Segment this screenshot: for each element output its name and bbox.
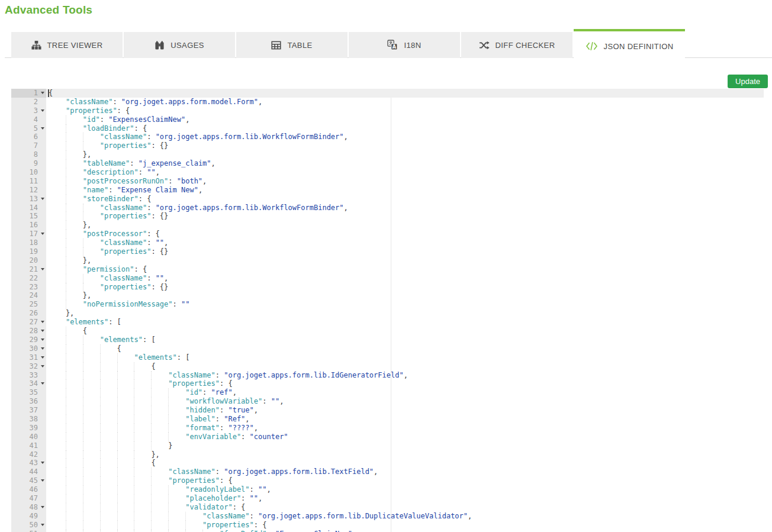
code-line-text[interactable]: "className": "", (46, 238, 764, 247)
gutter-line-number[interactable]: 6 (11, 133, 46, 141)
fold-arrow-icon[interactable] (41, 479, 44, 482)
gutter-line-number[interactable]: 29 (11, 336, 46, 344)
fold-arrow-icon[interactable] (41, 233, 44, 235)
code-line-text[interactable]: "hidden": "true", (46, 406, 764, 415)
code-line-text[interactable]: "elements": [ (46, 336, 764, 344)
gutter-line-number[interactable]: 12 (11, 186, 46, 195)
gutter-line-number[interactable]: 14 (11, 204, 46, 212)
code-line-text[interactable]: "noPermissionMessage": "" (46, 300, 764, 309)
code-line-text[interactable]: "properties": { (46, 476, 764, 485)
fold-arrow-icon[interactable] (41, 109, 44, 112)
fold-arrow-icon[interactable] (41, 462, 44, 464)
fold-arrow-icon[interactable] (41, 365, 44, 367)
fold-arrow-icon[interactable] (41, 127, 44, 130)
gutter-line-number[interactable]: 11 (11, 177, 46, 186)
code-line-text[interactable]: "format": "????", (46, 424, 764, 433)
fold-arrow-icon[interactable] (41, 338, 44, 341)
gutter-line-number[interactable]: 44 (11, 467, 46, 476)
json-definition-editor[interactable]: 1{2 "className": "org.joget.apps.form.mo… (11, 89, 764, 532)
tab-diff-checker[interactable]: DIFF CHECKER (461, 32, 572, 58)
code-line-text[interactable]: "properties": {} (46, 247, 764, 256)
gutter-line-number[interactable]: 41 (11, 441, 46, 450)
gutter-line-number[interactable]: 43 (11, 459, 46, 467)
gutter-line-number[interactable]: 31 (11, 353, 46, 362)
gutter-line-number[interactable]: 19 (11, 247, 46, 256)
fold-arrow-icon[interactable] (41, 92, 44, 94)
gutter-line-number[interactable]: 28 (11, 327, 46, 336)
code-line-text[interactable]: "className": "org.joget.apps.form.model.… (46, 98, 764, 107)
code-line-text[interactable]: "className": "org.joget.apps.form.lib.Te… (46, 467, 764, 476)
code-line-text[interactable]: "loadBinder": { (46, 124, 764, 133)
code-line-text[interactable]: "id": "ExpensesClaimNew", (46, 115, 764, 124)
gutter-line-number[interactable]: 32 (11, 362, 46, 371)
gutter-line-number[interactable]: 13 (11, 195, 46, 204)
gutter-line-number[interactable]: 34 (11, 379, 46, 388)
gutter-line-number[interactable]: 35 (11, 388, 46, 397)
gutter-line-number[interactable]: 45 (11, 476, 46, 485)
code-line-text[interactable]: "placeholder": "", (46, 494, 764, 503)
gutter-line-number[interactable]: 16 (11, 221, 46, 230)
gutter-line-number[interactable]: 47 (11, 494, 46, 503)
gutter-line-number[interactable]: 1 (11, 89, 46, 98)
gutter-line-number[interactable]: 30 (11, 344, 46, 353)
gutter-line-number[interactable]: 36 (11, 397, 46, 406)
fold-arrow-icon[interactable] (41, 356, 44, 359)
gutter-line-number[interactable]: 26 (11, 309, 46, 318)
code-line-text[interactable]: "name": "Expense Claim New", (46, 186, 764, 195)
gutter-line-number[interactable]: 2 (11, 98, 46, 107)
gutter-line-number[interactable]: 40 (11, 433, 46, 441)
code-line-text[interactable]: "workflowVariable": "", (46, 397, 764, 406)
update-button[interactable]: Update (728, 75, 768, 88)
code-line-text[interactable]: "properties": {} (46, 212, 764, 221)
code-line-text[interactable]: "className": "org.joget.apps.form.lib.Du… (46, 512, 764, 521)
code-line-text[interactable]: { (46, 459, 764, 467)
gutter-line-number[interactable]: 51 (11, 530, 46, 532)
gutter-line-number[interactable]: 23 (11, 283, 46, 292)
code-line-text[interactable]: "validator": { (46, 503, 764, 512)
gutter-line-number[interactable]: 8 (11, 150, 46, 159)
fold-arrow-icon[interactable] (41, 198, 44, 200)
code-line-text[interactable]: "description": "", (46, 168, 764, 177)
gutter-line-number[interactable]: 39 (11, 424, 46, 433)
fold-arrow-icon[interactable] (41, 268, 44, 270)
gutter-line-number[interactable]: 27 (11, 318, 46, 327)
gutter-line-number[interactable]: 46 (11, 485, 46, 494)
code-line-text[interactable]: { (46, 327, 764, 336)
tab-i18n[interactable]: AI18N (349, 32, 460, 58)
gutter-line-number[interactable]: 38 (11, 415, 46, 424)
code-line-text[interactable]: "properties": {} (46, 141, 764, 150)
code-line-text[interactable]: "readonlyLabel": "", (46, 485, 764, 494)
gutter-line-number[interactable]: 25 (11, 300, 46, 309)
tab-json-definition[interactable]: JSON DEFINITION (574, 29, 685, 61)
gutter-line-number[interactable]: 18 (11, 238, 46, 247)
tab-table[interactable]: TABLE (236, 32, 348, 58)
code-line-text[interactable]: "postProcessorRunOn": "both", (46, 177, 764, 186)
gutter-line-number[interactable]: 9 (11, 159, 46, 168)
gutter-line-number[interactable]: 48 (11, 503, 46, 512)
fold-arrow-icon[interactable] (41, 524, 44, 526)
code-line-text[interactable]: "label": "Ref", (46, 415, 764, 424)
code-line-text[interactable]: "properties": {} (46, 283, 764, 292)
code-line-text[interactable]: }, (46, 150, 764, 159)
code-line-text[interactable]: "properties": { (46, 521, 764, 530)
code-line-text[interactable]: "envVariable": "counter" (46, 433, 764, 441)
gutter-line-number[interactable]: 10 (11, 168, 46, 177)
fold-arrow-icon[interactable] (41, 321, 44, 323)
code-line-text[interactable]: { (46, 89, 764, 98)
code-line-text[interactable]: "permission": { (46, 265, 764, 274)
gutter-line-number[interactable]: 50 (11, 521, 46, 530)
code-line-text[interactable]: } (46, 441, 764, 450)
fold-arrow-icon[interactable] (41, 347, 44, 350)
gutter-line-number[interactable]: 49 (11, 512, 46, 521)
code-line-text[interactable]: "className": "org.joget.apps.form.lib.Wo… (46, 133, 764, 141)
tab-usages[interactable]: USAGES (124, 32, 235, 58)
gutter-line-number[interactable]: 20 (11, 256, 46, 265)
code-line-text[interactable]: { (46, 362, 764, 371)
gutter-line-number[interactable]: 37 (11, 406, 46, 415)
code-line-text[interactable]: "postProcessor": { (46, 230, 764, 238)
gutter-line-number[interactable]: 33 (11, 371, 46, 380)
code-line-text[interactable]: "className": "org.joget.apps.form.lib.Id… (46, 371, 764, 380)
gutter-line-number[interactable]: 42 (11, 450, 46, 459)
code-line-text[interactable]: "id": "ref", (46, 388, 764, 397)
code-line-text[interactable]: }, (46, 450, 764, 459)
